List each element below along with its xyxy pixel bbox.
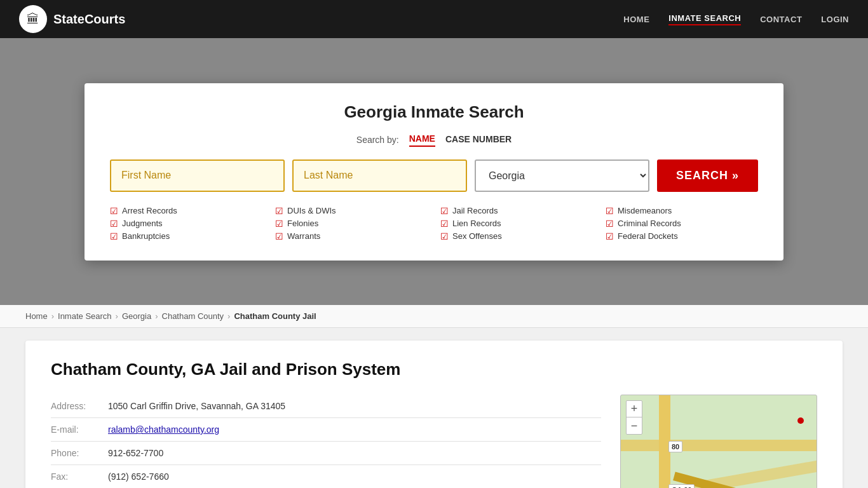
check-label: Warrants [287, 231, 320, 241]
breadcrumb-chatham-county[interactable]: Chatham County [162, 311, 224, 321]
check-label: DUIs & DWIs [287, 206, 336, 215]
map-label-80: 80 [668, 441, 682, 452]
check-icon: ☑ [440, 219, 449, 229]
check-label: Lien Records [452, 219, 501, 228]
info-table: Address: 1050 Carl Griffin Drive, Savann… [51, 395, 601, 488]
check-criminal-records: ☑ Criminal Records [606, 219, 758, 229]
map-label-ga26: GA 26 [668, 484, 695, 488]
search-by-row: Search by: NAME CASE NUMBER [110, 133, 758, 147]
check-icon: ☑ [275, 206, 283, 216]
check-felonies: ☑ Felonies [275, 219, 428, 229]
checkboxes-grid: ☑ Arrest Records ☑ DUIs & DWIs ☑ Jail Re… [110, 206, 758, 241]
first-name-input[interactable] [110, 159, 285, 192]
check-icon: ☑ [275, 231, 283, 241]
info-label-fax: Fax: [51, 471, 108, 482]
map-zoom-out[interactable]: − [627, 417, 642, 434]
info-row-fax: Fax: (912) 652-7660 [51, 465, 601, 488]
check-label: Felonies [287, 219, 318, 228]
check-lien-records: ☑ Lien Records [440, 219, 593, 229]
logo-area: 🏛 StateCourts [19, 5, 125, 33]
search-inputs-row: Georgia Alabama Florida Tennessee SEARCH… [110, 159, 758, 192]
facility-title: Chatham County, GA Jail and Prison Syste… [51, 360, 817, 379]
check-label: Federal Dockets [618, 231, 678, 241]
check-icon: ☑ [110, 206, 118, 216]
breadcrumb-sep: › [116, 311, 118, 321]
info-label-email: E-mail: [51, 424, 108, 435]
check-icon: ☑ [606, 231, 614, 241]
check-icon: ☑ [440, 231, 449, 241]
breadcrumb-sep: › [155, 311, 158, 321]
content-card: Chatham County, GA Jail and Prison Syste… [25, 341, 843, 488]
logo-icon: 🏛 [19, 5, 47, 33]
check-sex-offenses: ☑ Sex Offenses [440, 231, 593, 241]
check-label: Judgments [122, 219, 163, 228]
search-by-label: Search by: [356, 135, 399, 145]
breadcrumb: Home › Inmate Search › Georgia › Chatham… [0, 305, 868, 328]
check-judgments: ☑ Judgments [110, 219, 262, 229]
check-icon: ☑ [606, 206, 614, 216]
state-select[interactable]: Georgia Alabama Florida Tennessee [475, 159, 649, 192]
check-arrest-records: ☑ Arrest Records [110, 206, 262, 216]
check-icon: ☑ [440, 206, 449, 216]
check-icon: ☑ [275, 219, 283, 229]
tab-name[interactable]: NAME [409, 133, 435, 147]
main-content: Chatham County, GA Jail and Prison Syste… [0, 328, 868, 488]
info-value-fax: (912) 652-7660 [108, 471, 169, 482]
check-federal-dockets: ☑ Federal Dockets [606, 231, 758, 241]
check-misdemeanors: ☑ Misdemeanors [606, 206, 758, 216]
nav-contact[interactable]: CONTACT [760, 15, 802, 24]
map-controls: + − [626, 400, 642, 435]
search-button[interactable]: SEARCH » [657, 159, 758, 192]
info-label-phone: Phone: [51, 448, 108, 458]
breadcrumb-current: Chatham County Jail [234, 311, 316, 321]
hero-section: COURTHOUSE Georgia Inmate Search Search … [0, 38, 868, 305]
check-label: Arrest Records [122, 206, 177, 215]
logo-text: StateCourts [53, 12, 125, 27]
check-icon: ☑ [110, 219, 118, 229]
search-card: Georgia Inmate Search Search by: NAME CA… [85, 83, 783, 261]
last-name-input[interactable] [292, 159, 467, 192]
check-label: Misdemeanors [618, 206, 672, 215]
check-warrants: ☑ Warrants [275, 231, 428, 241]
breadcrumb-sep: › [227, 311, 230, 321]
check-icon: ☑ [110, 231, 118, 241]
info-row-address: Address: 1050 Carl Griffin Drive, Savann… [51, 395, 601, 418]
nav-links: HOME INMATE SEARCH CONTACT LOGIN [623, 13, 849, 25]
check-label: Bankruptcies [122, 231, 170, 241]
breadcrumb-georgia[interactable]: Georgia [122, 311, 151, 321]
breadcrumb-inmate-search[interactable]: Inmate Search [58, 311, 112, 321]
info-value-address: 1050 Carl Griffin Drive, Savannah, GA 31… [108, 401, 285, 411]
header: 🏛 StateCourts HOME INMATE SEARCH CONTACT… [0, 0, 868, 38]
info-row-email: E-mail: ralamb@chathamcounty.org [51, 418, 601, 442]
breadcrumb-sep: › [51, 311, 54, 321]
map-placeholder: + − 80 GA 26 [620, 395, 817, 488]
breadcrumb-home[interactable]: Home [25, 311, 48, 321]
tab-case-number[interactable]: CASE NUMBER [445, 134, 512, 146]
check-icon: ☑ [606, 219, 614, 229]
info-label-address: Address: [51, 401, 108, 411]
nav-login[interactable]: LOGIN [821, 15, 849, 24]
info-value-phone: 912-652-7700 [108, 448, 163, 458]
info-layout: Address: 1050 Carl Griffin Drive, Savann… [51, 395, 817, 488]
map-location-marker [797, 417, 804, 424]
check-jail-records: ☑ Jail Records [440, 206, 593, 216]
nav-inmate-search[interactable]: INMATE SEARCH [668, 13, 741, 25]
map-zoom-in[interactable]: + [627, 401, 642, 417]
check-bankruptcies: ☑ Bankruptcies [110, 231, 262, 241]
info-value-email[interactable]: ralamb@chathamcounty.org [108, 424, 219, 435]
check-duis-dwis: ☑ DUIs & DWIs [275, 206, 428, 216]
search-card-title: Georgia Inmate Search [110, 102, 758, 122]
check-label: Jail Records [452, 206, 498, 215]
check-label: Sex Offenses [452, 231, 502, 241]
nav-home[interactable]: HOME [623, 15, 649, 24]
check-label: Criminal Records [618, 219, 681, 228]
info-row-phone: Phone: 912-652-7700 [51, 442, 601, 465]
